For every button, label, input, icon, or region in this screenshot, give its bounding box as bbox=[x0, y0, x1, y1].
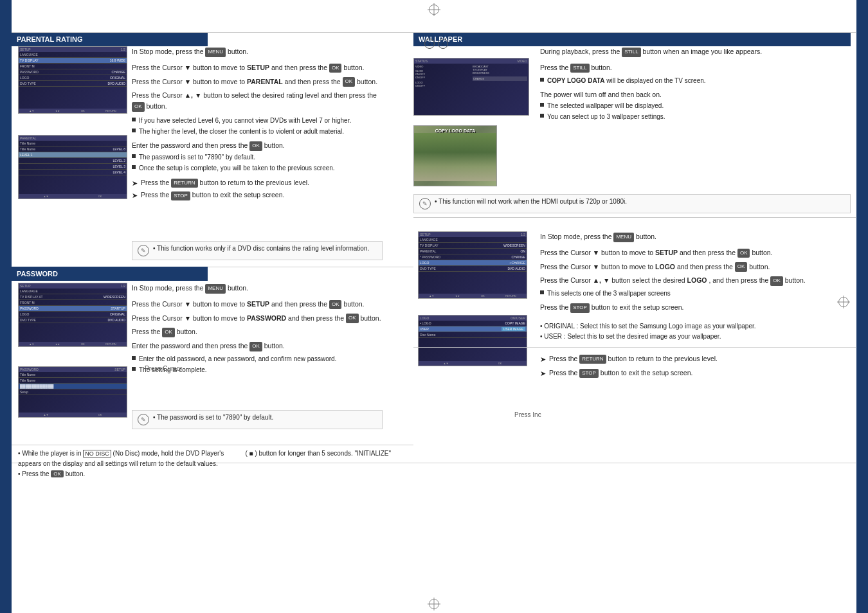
ws-arrow2: ➤ Press the STOP button to exit the setu… bbox=[540, 368, 845, 379]
page-container: PARENTAL RATING SETUP 1/2 LANGUAGE TV DI… bbox=[0, 0, 868, 613]
ws-stop-mode: In Stop mode, press the MENU button. bbox=[540, 231, 845, 242]
wallpaper-bullet-display: COPY LOGO DATA will be displayed on the … bbox=[540, 76, 842, 85]
ws-bullet-selects: This selects one of the 3 wallpaper scre… bbox=[540, 289, 845, 298]
enter-password: Enter the password and then press the OK… bbox=[132, 140, 383, 151]
hdivider-bottom-right-1 bbox=[413, 347, 856, 348]
crosshair-top bbox=[428, 3, 440, 16]
screen-parental-1: PARENTAL Title Name Title NameLEVEL 8 LE… bbox=[18, 135, 127, 199]
hdmi-note-text: • This function will not work when the H… bbox=[435, 198, 627, 205]
ws-cursor1: Press the Cursor ▼ button to move to SET… bbox=[540, 247, 845, 258]
screen-password-entry: PASSWORD SETUP Title Name Title Name ▓▓▓… bbox=[18, 366, 127, 418]
parental-content: In Stop mode, press the MENU button. Pre… bbox=[132, 46, 383, 203]
hdivider-mid-right bbox=[413, 217, 856, 218]
parental-note-text: • This function works only if a DVD disc… bbox=[153, 245, 369, 252]
screen-wallpaper-setup: SETUP 1/2 LANGUAGE TV DISPLAYWIDESCREEN … bbox=[418, 231, 527, 299]
pwd-press-ok: Press the OK button. bbox=[132, 326, 383, 337]
wallpaper-content: During playback, press the STILL button … bbox=[540, 46, 842, 123]
hdivider-top-right bbox=[413, 32, 856, 33]
stop-mode-line: In Stop mode, press the MENU button. bbox=[132, 46, 383, 57]
press-inc-text: Press Inc bbox=[514, 411, 541, 418]
wallpaper-playback: During playback, press the STILL button … bbox=[540, 46, 842, 57]
cursor-line3: Press the Cursor ▲, ▼ button to select t… bbox=[132, 90, 383, 112]
pwd-cursor2: Press the Cursor ▼ button to move to PAS… bbox=[132, 313, 383, 324]
right-bar bbox=[856, 0, 868, 613]
remote-btn-2: ○ bbox=[438, 39, 448, 49]
wallpaper-setup-content: In Stop mode, press the MENU button. Pre… bbox=[540, 231, 845, 313]
parental-rating-title: PARENTAL RATING bbox=[17, 35, 82, 43]
screen-logo-selection: LOGO ON/USER • LOGOCOPY IMAGE USERUSER I… bbox=[418, 315, 527, 366]
wallpaper-power-line: The power will turn off and then back on… bbox=[540, 89, 842, 100]
copy-logo-data-text: COPY LOGO DATA bbox=[414, 126, 496, 133]
password-note-text: • The password is set to "7890" by defau… bbox=[153, 414, 273, 421]
initialize-text: • While the player is in NO DISC (No Dis… bbox=[18, 449, 401, 468]
note-icon-pwd: ✎ bbox=[138, 414, 149, 425]
screen-capture: STATUS VIDEO VIDEO SLOW ON/OFF ON/OFF LO… bbox=[413, 58, 529, 116]
wallpaper-arrows: ➤ Press the RETURN button to return to t… bbox=[540, 352, 845, 380]
wallpaper-notes: • ORIGINAL : Select this to set the Sams… bbox=[540, 321, 845, 342]
press-cursor-text: Press Cursor bbox=[145, 365, 182, 372]
password-note-box: ✎ • The password is set to "7890" by def… bbox=[132, 410, 383, 429]
original-note: • ORIGINAL : Select this to set the Sams… bbox=[540, 321, 845, 332]
wallpaper-header: WALLPAPER bbox=[413, 32, 851, 46]
ws-cursor2: Press the Cursor ▼ button to move to LOG… bbox=[540, 262, 845, 272]
pwd-stop-mode: In Stop mode, press the MENU button. bbox=[132, 283, 383, 294]
user-note: • USER : Select this to set the desired … bbox=[540, 332, 845, 342]
parental-bullet2: The higher the level, the closer the con… bbox=[132, 127, 383, 136]
parental-note-box: ✎ • This function works only if a DVD di… bbox=[132, 241, 383, 260]
parental-bullet1: If you have selected Level 6, you cannot… bbox=[132, 116, 383, 125]
parental-arrow1: ➤ Press the RETURN button to return to t… bbox=[132, 178, 383, 189]
pwd-bullet2: Once the setup is complete, you will be … bbox=[132, 163, 383, 173]
hdmi-note-box: ✎ • This function will not work when the… bbox=[413, 194, 851, 213]
ws-press-exit: Press the STOP button to exit the setup … bbox=[540, 302, 845, 313]
hdivider-top-left bbox=[12, 32, 413, 33]
ws-arrow1: ➤ Press the RETURN button to return to t… bbox=[540, 354, 845, 365]
hdivider-bottom-full bbox=[12, 463, 856, 463]
ws-cursor3: Press the Cursor ▲, ▼ button select the … bbox=[540, 275, 845, 286]
photo-capture: COPY LOGO DATA bbox=[413, 125, 497, 186]
password-title: PASSWORD bbox=[17, 270, 58, 278]
remote-buttons-area: ○ ○ bbox=[424, 39, 448, 49]
wallpaper-bullet-select3: You can select up to 3 wallpaper setting… bbox=[540, 112, 842, 121]
cursor-line1: Press the Cursor ▼ button to move to SET… bbox=[132, 62, 383, 73]
parental-arrow2: ➤ Press the STOP button to exit the setu… bbox=[132, 190, 383, 201]
pwd-enter: Enter the password and then press the OK… bbox=[132, 341, 383, 351]
password-content: In Stop mode, press the MENU button. Pre… bbox=[132, 283, 383, 376]
screen-setup-2: SETUP 1/2 LANGUAGE TV DISPLAY ATWIDESCRE… bbox=[18, 283, 127, 347]
wallpaper-press-still: Press the STILL button. bbox=[540, 62, 842, 73]
press-ok-note: • Press the OK button. bbox=[18, 470, 401, 478]
screen-setup-1: SETUP 1/2 LANGUAGE TV DISPLAY16:9 WIDE F… bbox=[18, 46, 127, 114]
note-icon-parental: ✎ bbox=[138, 245, 149, 256]
password-header: PASSWORD bbox=[12, 267, 208, 281]
pwd-bullet-old: Enter the old password, a new password, … bbox=[132, 354, 383, 364]
parental-rating-header: PARENTAL RATING bbox=[12, 32, 208, 46]
cursor-line2: Press the Cursor ▼ button to move to PAR… bbox=[132, 76, 383, 87]
pwd-bullet1: The password is set to "7890" by default… bbox=[132, 152, 383, 162]
note-icon-hdmi: ✎ bbox=[419, 198, 431, 209]
crosshair-bottom bbox=[428, 598, 440, 610]
hdivider-bottom-left bbox=[12, 445, 413, 445]
wallpaper-bullet-selected: The selected wallpaper will be displayed… bbox=[540, 101, 842, 111]
pwd-cursor1: Press the Cursor ▼ button to move to SET… bbox=[132, 299, 383, 310]
remote-btn-1: ○ bbox=[424, 39, 435, 49]
left-bar bbox=[0, 0, 12, 613]
